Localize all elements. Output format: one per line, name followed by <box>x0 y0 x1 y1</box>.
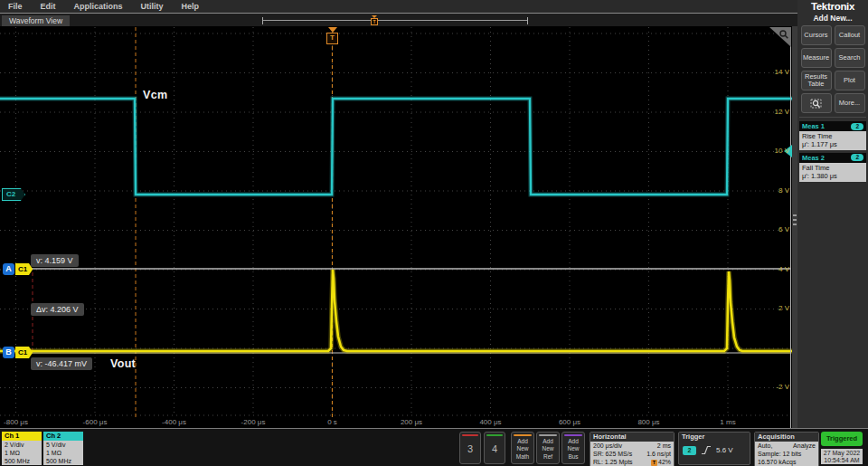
trigger-level: 5.6 V <box>716 446 733 454</box>
meas2-result-badge[interactable]: Meas 2 2 Fall Time μ′: 1.380 μs <box>799 153 866 182</box>
magnifier-icon <box>778 29 789 40</box>
cursor-b-source: C1 <box>15 347 33 358</box>
meas1-value: μ′: 1.177 μs <box>802 140 863 148</box>
acquisition-badge[interactable]: Acquisition Auto, Analyze Sample: 12 bit… <box>754 432 819 466</box>
minimap-trigger-t-icon: T <box>371 18 378 25</box>
x-axis-label: 1 ms <box>708 418 748 426</box>
menu-utility[interactable]: Utility <box>141 2 164 11</box>
cursor-a-badge[interactable]: A C1 <box>3 263 33 275</box>
results-table-button[interactable]: Results Table <box>801 71 832 90</box>
x-axis-label: 600 μs <box>550 418 590 426</box>
minimap-line <box>263 20 527 21</box>
menu-help[interactable]: Help <box>182 2 200 11</box>
channel-3-label: 3 <box>460 436 480 461</box>
horizontal-badge[interactable]: Horizontal 200 μs/div 2 ms SR: 625 MS/s … <box>590 432 675 466</box>
channel-4-button[interactable]: 4 <box>484 432 505 464</box>
channel-1-scale: 2 V/div <box>5 442 39 450</box>
vcm-trace <box>0 99 792 195</box>
horizontal-scale: 200 μs/div <box>593 442 622 451</box>
channel-2-scale: 5 V/div <box>46 442 80 450</box>
horizontal-title: Horizontal <box>590 433 674 442</box>
zoom-overlay-button[interactable] <box>801 93 832 113</box>
y-axis-label: 12 V <box>760 108 789 116</box>
horizontal-record-duration: 2 ms <box>657 442 671 451</box>
cursors-button[interactable]: Cursors <box>801 25 832 45</box>
date: 27 May 2022 <box>821 450 863 457</box>
date-time-display: 27 May 2022 10:54:54 AM <box>821 449 863 464</box>
acquisition-title: Acquisition <box>755 433 818 442</box>
x-axis-label: 800 μs <box>629 418 669 426</box>
channel-1-bandwidth: 500 MHz <box>5 458 39 466</box>
y-axis-label: 2 V <box>760 304 789 312</box>
trigger-position-marker[interactable]: T <box>326 27 338 44</box>
y-axis-label: 4 V <box>760 265 789 273</box>
channel-2-bandwidth: 500 MHz <box>46 458 80 466</box>
meas1-result-badge[interactable]: Meas 1 2 Rise Time μ′: 1.177 μs <box>799 121 866 150</box>
meas2-name: Meas 2 <box>802 154 825 162</box>
splitter-grip-icon <box>793 214 797 228</box>
cursor-b-letter: B <box>3 347 14 358</box>
x-axis-label: -600 μs <box>75 418 115 426</box>
oscilloscope-app: File Edit Applications Utility Help Wave… <box>0 0 868 466</box>
cursor-a-readout[interactable]: v: 4.159 V <box>31 254 79 267</box>
channel-2-title: Ch 2 <box>43 432 83 441</box>
measure-button[interactable]: Measure <box>801 48 832 68</box>
trigger-badge[interactable]: Trigger 2 5.6 V <box>678 432 750 465</box>
meas1-type: Rise Time <box>802 132 863 140</box>
acquisition-sample-bits: Sample: 12 bits <box>758 451 816 459</box>
channel-2-badge[interactable]: C2 <box>2 188 25 201</box>
time: 10:54:54 AM <box>821 457 863 464</box>
tab-strip: Waveform View T <box>0 13 797 26</box>
y-axis-label: 6 V <box>760 225 789 233</box>
channel-1-title: Ch 1 <box>2 432 42 441</box>
trigger-source-badge: 2 <box>683 446 696 455</box>
menu-file[interactable]: File <box>8 2 23 11</box>
horizontal-sample-rate: SR: 625 MS/s <box>593 451 632 459</box>
cursor-b-badge[interactable]: B C1 <box>3 347 33 358</box>
channel-4-label: 4 <box>485 436 505 461</box>
cursor-a-source: C1 <box>15 263 33 275</box>
menu-edit[interactable]: Edit <box>41 2 56 11</box>
x-axis-label: 400 μs <box>471 418 511 426</box>
vout-label: Vout <box>110 357 136 370</box>
add-new-math-button[interactable]: Add New Math <box>511 432 534 464</box>
x-axis-label: -200 μs <box>233 418 273 426</box>
x-axis-label: 200 μs <box>392 418 431 426</box>
horizontal-position-percent: 42% <box>658 459 671 465</box>
menu-applications[interactable]: Applications <box>74 2 123 11</box>
horizontal-record-length: RL: 1.25 Mpts <box>593 459 633 466</box>
trigger-position-icon: T <box>651 460 657 466</box>
minimap-trigger-icon[interactable]: T <box>371 15 378 25</box>
cursor-delta-readout[interactable]: Δv: 4.206 V <box>31 303 84 316</box>
search-button[interactable]: Search <box>835 48 865 68</box>
channel-2-badge[interactable]: Ch 2 5 V/div 1 MΩ 500 MHz <box>43 432 83 465</box>
channel-3-button[interactable]: 3 <box>459 432 481 464</box>
zoom-overlay-icon <box>810 98 823 109</box>
trigger-title: Trigger <box>679 433 750 442</box>
meas1-source-badge: 2 <box>851 123 863 130</box>
add-new-ref-button[interactable]: Add New Ref <box>536 432 560 464</box>
acquisition-analyze: Analyze <box>793 442 816 451</box>
waveform-view[interactable]: T Vcm Vout v: 4.159 V Δv: 4.206 V v: -46… <box>0 26 792 428</box>
vcm-trace-glow <box>0 99 792 195</box>
plot-button[interactable]: Plot <box>835 71 865 90</box>
channel-1-badge[interactable]: Ch 1 2 V/div 1 MΩ 500 MHz <box>2 432 42 465</box>
callout-button[interactable]: Callout <box>835 25 865 45</box>
cursor-a-letter: A <box>3 263 14 275</box>
add-new-bus-button[interactable]: Add New Bus <box>561 432 585 464</box>
meas2-value: μ′: 1.380 μs <box>802 172 863 180</box>
add-new-ref-label: Add New Ref <box>537 436 559 461</box>
more-button[interactable]: More... <box>835 93 865 113</box>
cursor-b-readout[interactable]: v: -46.417 mV <box>31 357 92 370</box>
settings-bar: Ch 1 2 V/div 1 MΩ 500 MHz Ch 2 5 V/div 1… <box>0 428 868 466</box>
channel-1-impedance: 1 MΩ <box>5 450 39 458</box>
add-new-math-label: Add New Math <box>512 436 533 461</box>
triggered-status-button[interactable]: Triggered <box>821 432 863 446</box>
menu-bar: File Edit Applications Utility Help <box>0 0 797 13</box>
vout-trace-glow <box>0 270 792 351</box>
results-sidebar: Tektronix Add New... Cursors Callout Mea… <box>797 0 868 428</box>
x-axis-label: 0 s <box>313 418 353 426</box>
record-view-minimap[interactable]: T <box>262 17 528 24</box>
meas2-source-badge: 2 <box>851 154 863 161</box>
add-new-heading: Add New... <box>797 12 868 25</box>
